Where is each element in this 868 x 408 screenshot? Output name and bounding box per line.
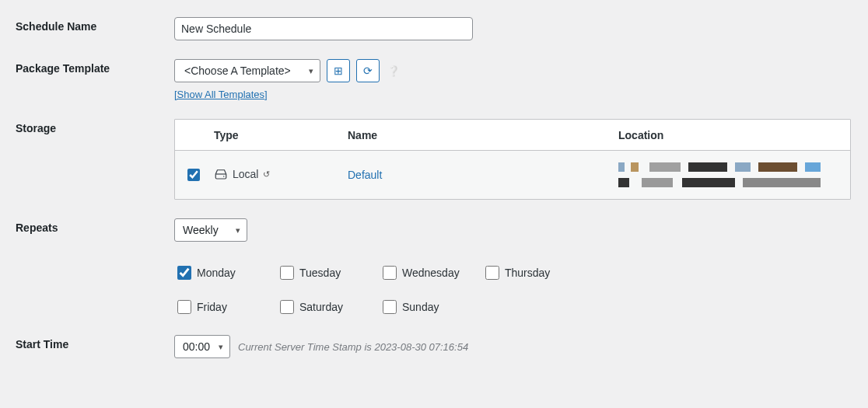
- repeats-frequency-value: Weekly: [183, 224, 219, 236]
- day-checkbox-wednesday[interactable]: [383, 266, 397, 280]
- show-all-templates-link[interactable]: [Show All Templates]: [174, 89, 268, 100]
- label-start-time: Start Time: [0, 335, 174, 350]
- undo-icon: ↺: [263, 169, 270, 180]
- chevron-down-icon: ▾: [219, 342, 223, 352]
- day-checkbox-sunday[interactable]: [383, 300, 397, 314]
- day-label: Friday: [197, 301, 227, 313]
- plus-square-icon: ⊞: [334, 65, 343, 77]
- day-option-friday[interactable]: Friday: [174, 298, 277, 316]
- day-label: Wednesday: [402, 267, 460, 279]
- day-checkbox-thursday[interactable]: [485, 266, 499, 280]
- storage-location-redacted: [618, 162, 821, 187]
- storage-row-checkbox[interactable]: [187, 169, 200, 181]
- day-label: Saturday: [299, 301, 343, 313]
- day-option-tuesday[interactable]: Tuesday: [277, 263, 380, 282]
- package-template-value: <Choose A Template>: [184, 65, 291, 77]
- table-row: Local ↺ Default: [175, 151, 850, 199]
- chevron-down-icon: ▾: [309, 66, 313, 76]
- day-checkbox-saturday[interactable]: [280, 300, 294, 314]
- storage-type-label: Local: [233, 168, 258, 180]
- day-checkbox-tuesday[interactable]: [280, 266, 294, 280]
- hard-drive-icon: [214, 169, 228, 180]
- storage-header-location: Location: [618, 129, 850, 141]
- repeats-frequency-select[interactable]: Weekly ▾: [174, 218, 247, 242]
- label-schedule-name: Schedule Name: [0, 17, 174, 33]
- refresh-icon: ⟳: [363, 65, 373, 77]
- chevron-down-icon: ▾: [236, 225, 240, 235]
- schedule-name-input[interactable]: [174, 17, 473, 40]
- day-option-monday[interactable]: Monday: [174, 263, 277, 282]
- label-package-template: Package Template: [0, 59, 174, 75]
- day-label: Thursday: [505, 267, 550, 279]
- day-label: Monday: [197, 267, 236, 279]
- label-storage: Storage: [0, 119, 174, 134]
- storage-header-type: Type: [214, 129, 348, 141]
- day-option-wednesday[interactable]: Wednesday: [380, 263, 482, 282]
- day-label: Tuesday: [299, 267, 341, 279]
- day-label: Sunday: [402, 301, 439, 313]
- day-option-thursday[interactable]: Thursday: [482, 263, 585, 282]
- day-checkbox-monday[interactable]: [177, 266, 191, 280]
- refresh-templates-button[interactable]: ⟳: [356, 59, 380, 82]
- day-option-saturday[interactable]: Saturday: [277, 298, 380, 316]
- add-template-button[interactable]: ⊞: [327, 59, 350, 82]
- start-time-value: 00:00: [183, 340, 210, 353]
- day-checkbox-friday[interactable]: [177, 300, 191, 314]
- server-time-note: Current Server Time Stamp is 2023-08-30 …: [238, 341, 468, 353]
- start-time-select[interactable]: 00:00 ▾: [174, 335, 230, 358]
- storage-header-name: Name: [348, 129, 618, 141]
- storage-name-link[interactable]: Default: [348, 169, 382, 181]
- label-repeats: Repeats: [0, 218, 174, 234]
- storage-table: Type Name Location: [174, 119, 851, 200]
- day-option-sunday[interactable]: Sunday: [380, 298, 482, 316]
- package-template-select[interactable]: <Choose A Template> ▾: [174, 59, 320, 82]
- svg-point-1: [223, 176, 225, 177]
- help-icon[interactable]: ❔: [387, 65, 400, 77]
